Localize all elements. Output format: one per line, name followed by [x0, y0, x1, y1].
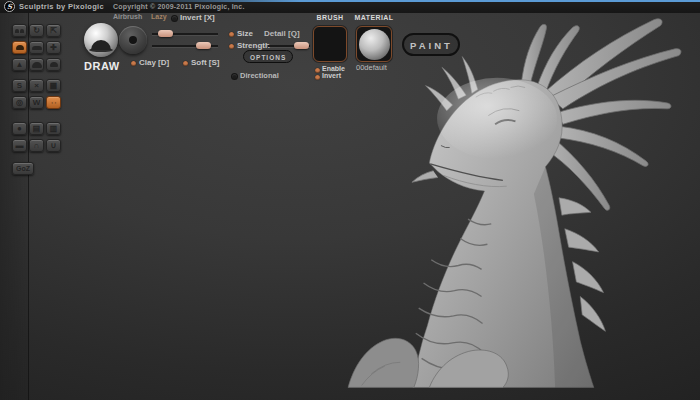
clay-label[interactable]: Clay [D]	[139, 58, 169, 67]
import-icon: ▤	[33, 125, 41, 133]
double-arrow-icon: ⇔	[50, 99, 58, 107]
draw-mode-label: DRAW	[84, 60, 118, 72]
scale-icon: ⇱	[50, 27, 57, 35]
material-sphere-icon	[359, 29, 390, 60]
open-icon: ∩	[34, 142, 40, 150]
paint-button[interactable]: PAINT	[402, 33, 460, 56]
brush-texture-swatch[interactable]	[313, 26, 347, 62]
export-icon: ▥	[50, 125, 58, 133]
options-button[interactable]: OPTIONS	[243, 50, 293, 63]
detail-slider[interactable]	[268, 45, 310, 47]
dragon-highlight	[437, 78, 557, 159]
sculptris-window: S Sculptris by Pixologic Copyright © 200…	[0, 0, 700, 400]
plane-icon: ▬	[16, 142, 24, 150]
goz-label: GoZ	[16, 165, 30, 172]
enable-bullet[interactable]	[315, 68, 320, 73]
app-title: Sculptris by Pixologic	[19, 2, 104, 11]
toggle-wireframe[interactable]: ×	[29, 79, 44, 92]
rotate-icon: ↻	[33, 27, 40, 35]
invert-label[interactable]: Invert	[322, 72, 341, 79]
toggle-subdivide[interactable]: ▦	[46, 79, 61, 92]
lazy-label[interactable]: Lazy	[151, 13, 167, 20]
tool-rotate[interactable]: ↻	[29, 24, 44, 37]
tool-smooth[interactable]	[46, 58, 61, 71]
import-obj-button[interactable]: ▤	[29, 122, 44, 135]
pinch-icon: ▲	[16, 61, 24, 69]
new-plane-button[interactable]: ▬	[12, 139, 27, 152]
grab-icon: ✚	[50, 44, 57, 52]
sphere-icon: ●	[17, 125, 22, 133]
size-label: Size	[237, 29, 253, 38]
tool-inflate[interactable]	[29, 58, 44, 71]
grid-icon: ▦	[50, 82, 58, 90]
wireframe-icon: ×	[34, 82, 39, 90]
toggle-mirror[interactable]: ⇔	[46, 96, 61, 109]
brush-section-label: BRUSH	[313, 14, 347, 21]
brush-alpha-dome-icon	[91, 40, 111, 50]
crease-icon	[15, 29, 19, 33]
tool-flatten[interactable]	[29, 41, 44, 54]
material-swatch[interactable]	[356, 26, 392, 62]
toggle-w[interactable]: W	[29, 96, 44, 109]
open-button[interactable]: ∩	[29, 139, 44, 152]
window-top-edge	[0, 0, 700, 2]
tool-crease[interactable]	[12, 24, 27, 37]
invert-bullet[interactable]	[315, 75, 320, 80]
soft-label[interactable]: Soft [S]	[191, 58, 219, 67]
strength-bullet[interactable]	[229, 44, 234, 49]
detail-label: Detail [Q]	[264, 29, 300, 38]
tool-pinch[interactable]: ▲	[12, 58, 27, 71]
sculptris-logo-icon: S	[4, 1, 15, 12]
export-obj-button[interactable]: ▥	[46, 122, 61, 135]
enable-label[interactable]: Enable	[322, 65, 345, 72]
flatten-icon	[32, 46, 42, 50]
new-sphere-button[interactable]: ●	[12, 122, 27, 135]
toggle-symmetry[interactable]: S	[12, 79, 27, 92]
strength-slider-handle[interactable]	[196, 42, 211, 49]
invert-x-label[interactable]: Invert [X]	[180, 13, 215, 22]
brush-preview-ball[interactable]	[84, 23, 118, 57]
tool-scale[interactable]: ⇱	[46, 24, 61, 37]
airbrush-knob[interactable]	[119, 26, 147, 54]
material-name: 00default	[356, 63, 387, 72]
directional-label[interactable]: Directional	[240, 71, 279, 80]
tool-draw[interactable]	[12, 41, 27, 54]
left-sidebar-strip	[0, 13, 29, 400]
strength-label: Strength	[237, 41, 270, 50]
toggle-o[interactable]: ◎	[12, 96, 27, 109]
save-button[interactable]: ∪	[46, 139, 61, 152]
strength-slider[interactable]	[152, 45, 218, 47]
symmetry-icon: S	[17, 82, 22, 90]
copyright-text: Copyright © 2009-2011 Pixologic, Inc.	[113, 3, 245, 10]
size-bullet[interactable]	[229, 32, 234, 37]
material-section-label: MATERIAL	[354, 14, 394, 21]
detail-slider-handle[interactable]	[294, 42, 309, 49]
circle-icon: ◎	[16, 99, 23, 107]
size-slider[interactable]	[152, 33, 218, 35]
draw-icon	[16, 45, 24, 50]
clay-bullet[interactable]	[131, 61, 136, 66]
inflate-icon	[32, 62, 42, 68]
airbrush-label[interactable]: Airbrush	[113, 13, 142, 20]
smooth-icon	[50, 62, 58, 67]
directional-checkbox[interactable]	[232, 74, 237, 79]
airbrush-dot-icon	[129, 36, 137, 44]
soft-bullet[interactable]	[183, 61, 188, 66]
size-slider-handle[interactable]	[158, 30, 173, 37]
tool-grab[interactable]: ✚	[46, 41, 61, 54]
invert-x-checkbox[interactable]	[172, 16, 177, 21]
w-icon: W	[33, 99, 41, 107]
goz-button[interactable]: GoZ	[12, 162, 34, 175]
save-icon: ∪	[51, 142, 57, 150]
